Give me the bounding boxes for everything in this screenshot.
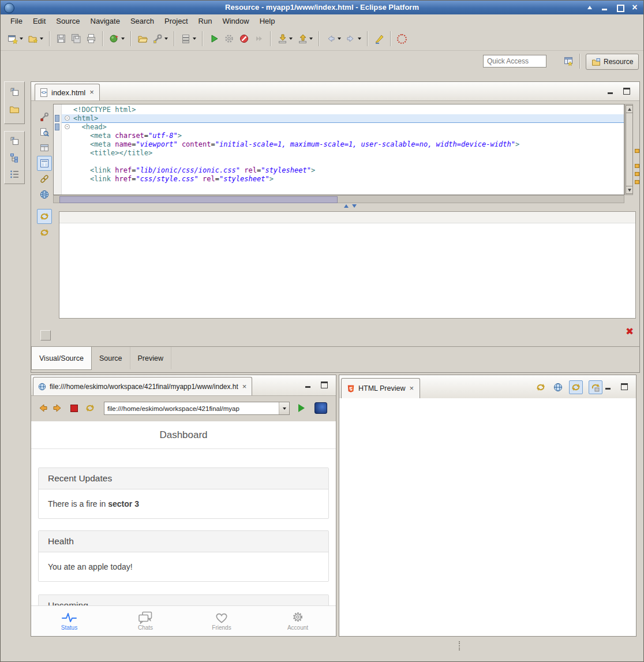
maximize-view-button[interactable]: [620, 383, 629, 390]
collapse-up-icon[interactable]: [344, 204, 349, 208]
preview-refresh-button[interactable]: [534, 380, 548, 394]
sync-on-save-toggle-button[interactable]: [589, 380, 602, 394]
server-button[interactable]: [178, 31, 199, 47]
url-dropdown-button[interactable]: [279, 402, 289, 414]
minimize-view-button[interactable]: [304, 381, 313, 388]
sash-collapse-control[interactable]: [344, 204, 357, 208]
close-icon[interactable]: ×: [409, 385, 415, 392]
auto-refresh-toggle-button[interactable]: [37, 209, 52, 224]
code-line[interactable]: <link href="css/style.css" rel="styleshe…: [62, 175, 624, 184]
minimize-view-button[interactable]: [606, 87, 615, 95]
open-file-button[interactable]: [135, 31, 150, 47]
debug-button[interactable]: [222, 31, 237, 47]
warning-mark[interactable]: [635, 149, 639, 153]
tasks-fastview-button[interactable]: [8, 167, 21, 181]
restore-view-button[interactable]: [8, 85, 21, 99]
red-close-icon[interactable]: ✖: [626, 326, 634, 338]
sash-handle[interactable]: [459, 641, 460, 650]
browser-tab[interactable]: file:///home/eskimo/workspace/421final/m…: [33, 377, 252, 395]
browser-back-button[interactable]: [36, 401, 50, 415]
warning-mark[interactable]: [635, 172, 639, 176]
project-explorer-fastview-button[interactable]: [8, 102, 21, 116]
scrollbar-thumb[interactable]: [626, 113, 633, 186]
palette-tools-button[interactable]: [37, 109, 52, 124]
window-maximize-button[interactable]: [616, 3, 624, 12]
restore-view-button[interactable]: [8, 134, 21, 148]
back-button[interactable]: [323, 31, 343, 47]
design-view-toggle-button[interactable]: [37, 156, 52, 171]
tab-source[interactable]: Source: [92, 347, 130, 369]
perspective-resource-button[interactable]: Resource: [586, 54, 639, 70]
export-button[interactable]: [295, 31, 315, 47]
shade-button[interactable]: [586, 3, 594, 12]
external-tools-button[interactable]: [150, 31, 170, 47]
open-external-browser-button[interactable]: [314, 401, 328, 415]
ionic-tab[interactable]: Account: [260, 606, 336, 636]
scroll-down-button[interactable]: [626, 186, 633, 194]
menu-help[interactable]: Help: [254, 16, 280, 27]
url-input[interactable]: [104, 402, 279, 414]
menu-project[interactable]: Project: [159, 16, 193, 27]
window-close-button[interactable]: ×: [631, 3, 639, 12]
code-line[interactable]: <title></title>: [62, 149, 624, 158]
ionic-tab[interactable]: Status: [31, 606, 107, 636]
annotation-ruler[interactable]: [54, 104, 62, 195]
browser-refresh-button[interactable]: [83, 401, 97, 415]
menu-search[interactable]: Search: [125, 16, 159, 27]
tab-visual-source[interactable]: Visual/Source: [31, 347, 92, 370]
editor-tab-index-html[interactable]: <> index.html ×: [35, 84, 100, 100]
minimize-view-button[interactable]: [604, 383, 613, 390]
code-line[interactable]: - <head>: [62, 123, 624, 132]
browser-stop-button[interactable]: [67, 401, 81, 415]
menu-edit[interactable]: Edit: [28, 16, 51, 27]
code-line[interactable]: <!DOCTYPE html>: [62, 106, 624, 114]
html-preview-tab[interactable]: HTML Preview ×: [341, 378, 420, 398]
ionic-tab[interactable]: Friends: [184, 606, 260, 636]
fold-marker[interactable]: -: [62, 123, 73, 132]
code-line[interactable]: <meta charset="utf-8">: [62, 132, 624, 140]
menu-window[interactable]: Window: [217, 16, 254, 27]
scroll-up-button[interactable]: [626, 105, 633, 113]
print-button[interactable]: [84, 31, 99, 47]
menu-navigate[interactable]: Navigate: [85, 16, 125, 27]
refresh-button[interactable]: [37, 225, 52, 240]
vertical-scrollbar[interactable]: [624, 104, 633, 195]
code-line[interactable]: <meta name="viewport" content="initial-s…: [62, 140, 624, 149]
relaunch-button[interactable]: [252, 31, 267, 47]
new-web-element-button[interactable]: [107, 31, 127, 47]
auto-sync-toggle-button[interactable]: [569, 380, 583, 394]
warning-mark[interactable]: [635, 180, 639, 184]
code-line[interactable]: -<html>: [62, 114, 624, 123]
save-all-button[interactable]: [69, 31, 84, 47]
source-editor[interactable]: <!DOCTYPE html>-<html>- <head> <meta cha…: [53, 104, 624, 195]
design-pane[interactable]: [59, 211, 636, 319]
browser-view-button[interactable]: [37, 187, 52, 202]
import-button[interactable]: [275, 31, 295, 47]
collapsed-panel-handle[interactable]: [40, 330, 51, 341]
code-line[interactable]: <link href="lib/ionic/css/ionic.css" rel…: [62, 166, 624, 175]
outline-fastview-button[interactable]: [8, 151, 21, 164]
window-minimize-button[interactable]: [601, 3, 609, 12]
scrollbar-thumb[interactable]: [59, 196, 338, 203]
menu-file[interactable]: File: [5, 16, 28, 27]
maximize-view-button[interactable]: [320, 381, 329, 388]
run-button[interactable]: [207, 31, 222, 47]
new-resource-button[interactable]: [25, 31, 46, 47]
warning-mark[interactable]: [635, 164, 639, 168]
properties-button[interactable]: [37, 140, 52, 155]
code-line[interactable]: [62, 158, 624, 166]
menu-source[interactable]: Source: [51, 16, 85, 27]
open-perspective-button[interactable]: [561, 54, 575, 68]
open-in-browser-button[interactable]: [551, 380, 565, 394]
collapse-down-icon[interactable]: [352, 204, 357, 208]
close-icon[interactable]: ×: [89, 89, 95, 96]
tab-preview[interactable]: Preview: [130, 347, 171, 369]
menu-run[interactable]: Run: [193, 16, 218, 27]
new-wizard-button[interactable]: [5, 31, 25, 47]
quick-access-input[interactable]: [483, 55, 546, 68]
mark-occurrences-button[interactable]: [372, 31, 387, 47]
stop-button[interactable]: [237, 31, 252, 47]
ionic-tab[interactable]: Chats: [107, 606, 184, 636]
browser-go-button[interactable]: [294, 401, 308, 415]
link-editor-button[interactable]: [37, 171, 52, 186]
